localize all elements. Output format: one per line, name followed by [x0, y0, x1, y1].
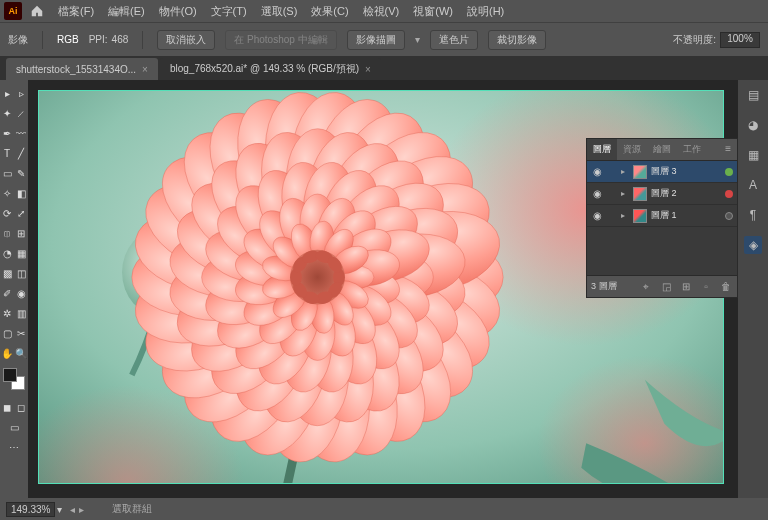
properties-icon[interactable]: ▤ [744, 86, 762, 104]
width-tool[interactable]: ⎅ [0, 224, 14, 242]
close-icon[interactable]: × [365, 64, 371, 75]
line-tool[interactable]: ╱ [14, 144, 28, 162]
menu-effect[interactable]: 效果(C) [305, 2, 354, 21]
mask-button[interactable]: 遮色片 [430, 30, 478, 50]
color-icon[interactable]: ◕ [744, 116, 762, 134]
menu-edit[interactable]: 編輯(E) [102, 2, 151, 21]
zoom-tool[interactable]: 🔍 [14, 344, 28, 362]
chevron-right-icon[interactable]: ▸ [621, 167, 629, 176]
layer-row[interactable]: ◉▸ 圖層 1 [587, 205, 737, 227]
draw-tab[interactable]: 繪圖 [647, 139, 677, 160]
right-dock: ▤ ◕ ▦ A ¶ ◈ [738, 80, 768, 498]
tab-doc-2[interactable]: blog_768x520.ai* @ 149.33 % (RGB/預視)× [160, 58, 381, 80]
symbol-sprayer[interactable]: ✲ [0, 304, 14, 322]
eraser-tool[interactable]: ◧ [14, 184, 28, 202]
curvature-tool[interactable]: 〰 [14, 124, 28, 142]
stroke-mode[interactable]: ◻ [14, 398, 28, 416]
app-logo: Ai [4, 2, 22, 20]
layer-name[interactable]: 圖層 3 [651, 165, 721, 178]
layer-name[interactable]: 圖層 1 [651, 209, 721, 222]
magic-wand-tool[interactable]: ✦ [0, 104, 14, 122]
screen-mode[interactable]: ▭ [0, 418, 28, 436]
scale-tool[interactable]: ⤢ [14, 204, 28, 222]
brush-tool[interactable]: ✎ [14, 164, 28, 182]
mesh-tool[interactable]: ▩ [0, 264, 14, 282]
menu-object[interactable]: 物件(O) [153, 2, 203, 21]
new-sublayer-icon[interactable]: ⊞ [679, 281, 693, 292]
crop-button[interactable]: 裁切影像 [488, 30, 546, 50]
tab-doc-1[interactable]: shutterstock_15531434O...× [6, 58, 158, 80]
artboard-nav[interactable]: ◂▸ [70, 504, 84, 515]
visibility-icon[interactable]: ◉ [591, 166, 603, 177]
gradient-tool[interactable]: ◫ [14, 264, 28, 282]
target-icon[interactable] [725, 212, 733, 220]
layers-icon[interactable]: ◈ [744, 236, 762, 254]
direct-select-tool[interactable]: ▹ [14, 84, 28, 102]
locate-icon[interactable]: ⌖ [639, 281, 653, 293]
chevron-down-icon[interactable]: ▾ [57, 504, 62, 515]
menu-view[interactable]: 檢視(V) [357, 2, 406, 21]
toolbox: ▸▹ ✦⟋ ✒〰 T╱ ▭✎ ✧◧ ⟳⤢ ⎅⊞ ◔▦ ▩◫ ✐◉ ✲▥ ▢✂ ✋… [0, 80, 28, 498]
layers-tab[interactable]: 圖層 [587, 139, 617, 160]
image-trace-button[interactable]: 影像描圖 [347, 30, 405, 50]
close-icon[interactable]: × [142, 64, 148, 75]
chevron-right-icon[interactable]: ▸ [621, 189, 629, 198]
type-icon[interactable]: A [744, 176, 762, 194]
type-tool[interactable]: T [0, 144, 14, 162]
hand-tool[interactable]: ✋ [0, 344, 14, 362]
layer-count: 3 圖層 [591, 280, 617, 293]
layer-name[interactable]: 圖層 2 [651, 187, 721, 200]
free-transform[interactable]: ⊞ [14, 224, 28, 242]
opt-colormode: RGB [57, 34, 79, 45]
artboards-tab[interactable]: 工作 [677, 139, 707, 160]
eyedropper-tool[interactable]: ✐ [0, 284, 14, 302]
fill-mode[interactable]: ◼ [0, 398, 14, 416]
color-swatch[interactable] [3, 368, 25, 390]
menu-window[interactable]: 視窗(W) [407, 2, 459, 21]
perspective-tool[interactable]: ▦ [14, 244, 28, 262]
menu-type[interactable]: 文字(T) [205, 2, 253, 21]
home-icon[interactable] [30, 4, 44, 18]
new-layer-icon[interactable]: ▫ [699, 281, 713, 292]
opacity-input[interactable]: 100% [720, 32, 760, 48]
unembed-button[interactable]: 取消嵌入 [157, 30, 215, 50]
opt-opacity: 不透明度:100% [673, 32, 760, 48]
opt-ppi: PPI:468 [89, 34, 129, 45]
tab-title: blog_768x520.ai* @ 149.33 % (RGB/預視) [170, 62, 359, 76]
chevron-down-icon[interactable]: ▾ [415, 34, 420, 45]
menu-select[interactable]: 選取(S) [255, 2, 304, 21]
assets-tab[interactable]: 資源 [617, 139, 647, 160]
visibility-icon[interactable]: ◉ [591, 210, 603, 221]
layer-row[interactable]: ◉▸ 圖層 3 [587, 161, 737, 183]
menu-bar: Ai 檔案(F) 編輯(E) 物件(O) 文字(T) 選取(S) 效果(C) 檢… [0, 0, 768, 22]
panel-menu-icon[interactable]: ≡ [719, 139, 737, 160]
layers-footer: 3 圖層 ⌖ ◲ ⊞ ▫ 🗑 [587, 275, 737, 297]
rotate-tool[interactable]: ⟳ [0, 204, 14, 222]
artboard-tool[interactable]: ▢ [0, 324, 14, 342]
shape-builder[interactable]: ◔ [0, 244, 14, 262]
delete-icon[interactable]: 🗑 [719, 281, 733, 292]
blend-tool[interactable]: ◉ [14, 284, 28, 302]
pen-tool[interactable]: ✒ [0, 124, 14, 142]
lasso-tool[interactable]: ⟋ [14, 104, 28, 122]
visibility-icon[interactable]: ◉ [591, 188, 603, 199]
graph-tool[interactable]: ▥ [14, 304, 28, 322]
clip-mask-icon[interactable]: ◲ [659, 281, 673, 292]
slice-tool[interactable]: ✂ [14, 324, 28, 342]
shaper-tool[interactable]: ✧ [0, 184, 14, 202]
swatches-icon[interactable]: ▦ [744, 146, 762, 164]
zoom-field[interactable]: 149.33%▾ [6, 502, 62, 517]
chevron-right-icon[interactable]: ▸ [621, 211, 629, 220]
paragraph-icon[interactable]: ¶ [744, 206, 762, 224]
target-icon[interactable] [725, 190, 733, 198]
layer-row[interactable]: ◉▸ 圖層 2 [587, 183, 737, 205]
menu-help[interactable]: 說明(H) [461, 2, 510, 21]
menu-file[interactable]: 檔案(F) [52, 2, 100, 21]
layer-thumb [633, 209, 647, 223]
target-icon[interactable] [725, 168, 733, 176]
opt-image-label: 影像 [8, 33, 28, 47]
selection-tool[interactable]: ▸ [0, 84, 14, 102]
separator [42, 31, 43, 49]
rect-tool[interactable]: ▭ [0, 164, 14, 182]
edit-toolbar[interactable]: ⋯ [0, 438, 28, 456]
